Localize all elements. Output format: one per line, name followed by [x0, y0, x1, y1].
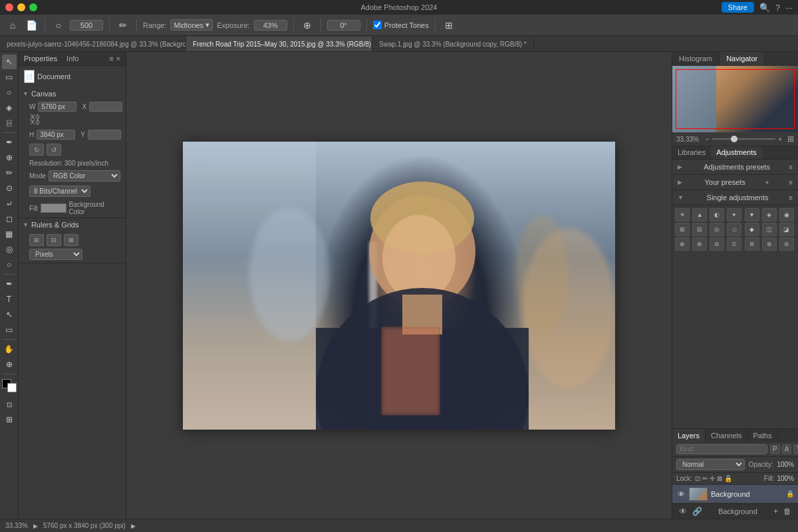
adj-extra4-icon[interactable]: ⊛ [762, 237, 777, 251]
adj-vibrance-icon[interactable]: ▼ [745, 208, 759, 221]
close-button[interactable] [5, 3, 13, 11]
path-select-tool[interactable]: ↖ [2, 307, 17, 322]
shape-tool[interactable]: ▭ [2, 323, 17, 337]
adj-selectcolor-icon[interactable]: ⊗ [692, 237, 707, 251]
mode-dropdown[interactable]: RGB Color [49, 170, 120, 182]
properties-close-icon[interactable]: × [116, 55, 120, 63]
grid-icon-1[interactable]: ⊞ [29, 234, 44, 246]
tab-2[interactable]: Swap.1.jpg @ 33.3% (Background copy, RGB… [372, 37, 534, 51]
minimize-button[interactable] [17, 3, 25, 11]
adj-curves-icon[interactable]: ◐ [710, 208, 724, 221]
grid-icon-2[interactable]: ⊟ [47, 234, 61, 246]
search-icon[interactable]: 🔍 [759, 3, 770, 13]
info-arrow[interactable]: ▶ [131, 523, 136, 529]
expand-icon[interactable]: ⊞ [787, 134, 794, 144]
more-icon[interactable]: ··· [785, 3, 793, 13]
extra-icon[interactable]: ⊞ [442, 18, 456, 33]
new-doc-icon[interactable]: 📄 [24, 18, 39, 33]
eyedropper-tool[interactable]: ✒ [2, 135, 17, 150]
hand-tool[interactable]: ✋ [2, 342, 17, 356]
blend-mode-dropdown[interactable]: Normal [676, 459, 745, 470]
adj-posterize-icon[interactable]: ◫ [762, 223, 777, 236]
adj-extra1-icon[interactable]: ⊘ [710, 237, 724, 251]
delete-layer-icon[interactable]: 🗑 [781, 506, 794, 517]
filter-pixel-icon[interactable]: P [770, 444, 780, 454]
background-color[interactable] [7, 383, 17, 392]
rulers-header[interactable]: ▼ Rulers & Grids [19, 218, 126, 231]
lock-artboard-icon[interactable]: ⊠ [717, 475, 722, 482]
pen-tool[interactable]: ✒ [2, 277, 17, 291]
lasso-tool[interactable]: ○ [2, 85, 17, 100]
rotate-cw-icon[interactable]: ↻ [29, 144, 44, 156]
eye-icon[interactable]: 👁 [676, 506, 690, 517]
grid-icon-3[interactable]: ⊠ [64, 234, 78, 246]
zoom-slider-thumb[interactable] [731, 136, 737, 142]
paths-tab[interactable]: Paths [748, 429, 778, 442]
info-tab[interactable]: Info [66, 55, 106, 63]
protect-tones-checkbox[interactable] [373, 21, 382, 29]
share-button[interactable]: Share [722, 2, 754, 13]
preset-menu-icon[interactable]: ≡ [789, 179, 793, 186]
brush-tool[interactable]: ✏ [2, 166, 17, 180]
history-brush-tool[interactable]: ⤾ [2, 196, 17, 211]
adj-invert-icon[interactable]: ◆ [745, 223, 759, 236]
adj-extra3-icon[interactable]: ⊚ [745, 237, 759, 251]
layer-visibility-toggle[interactable]: 👁 [676, 489, 686, 499]
adj-colorlookup-icon[interactable]: ◇ [727, 223, 741, 236]
adj-bw-icon[interactable]: ⊞ [675, 223, 690, 236]
tab-1[interactable]: French Road Trip 2015–May 30, 2015.jpg @… [186, 37, 372, 51]
fill-swatch[interactable] [41, 203, 66, 213]
adjustments-tab[interactable]: Adjustments [711, 146, 762, 159]
list-view-icon[interactable]: ≡ [789, 164, 793, 171]
height-input[interactable] [37, 130, 75, 140]
adj-presets-row[interactable]: ▶ Adjustments presets ≡ [672, 160, 798, 175]
crop-tool[interactable]: ⌸ [2, 116, 17, 130]
nav-viewport-box[interactable] [676, 69, 795, 129]
zoom-out-icon[interactable]: − [706, 136, 710, 143]
canvas-area[interactable] [126, 52, 672, 519]
marquee-tool[interactable]: ▭ [2, 70, 17, 84]
adj-levels-icon[interactable]: ▲ [692, 208, 707, 221]
link-icon[interactable]: 🔗 [690, 506, 705, 517]
range-dropdown[interactable]: Midtones ▾ [170, 19, 213, 31]
adj-channel-icon[interactable]: ◎ [710, 223, 724, 236]
dodge-tool[interactable]: ○ [2, 257, 17, 272]
exposure-input[interactable]: 43% [254, 20, 287, 31]
layers-kind-filter[interactable] [676, 444, 767, 454]
zoom-in-icon[interactable]: + [778, 136, 782, 143]
adj-extra2-icon[interactable]: ⊙ [727, 237, 741, 251]
quick-mask-icon[interactable]: ⊡ [2, 397, 17, 412]
brush-size-input[interactable]: 500 [70, 20, 103, 31]
brush-options-icon[interactable]: ⊕ [300, 18, 315, 33]
adj-colorbal-icon[interactable]: ◉ [779, 208, 794, 221]
zoom-arrow[interactable]: ▶ [33, 523, 38, 529]
add-preset-icon[interactable]: + [765, 178, 769, 186]
adj-threshold-icon[interactable]: ◪ [779, 223, 794, 236]
lock-aspect-icon[interactable]: ⛓ [29, 113, 41, 127]
dodge-tool-icon[interactable]: ○ [51, 18, 66, 33]
clone-stamp-tool[interactable]: ⊙ [2, 181, 17, 196]
move-tool[interactable]: ↖ [2, 55, 17, 69]
adj-extra5-icon[interactable]: ⊜ [779, 237, 794, 251]
adj-brightness-icon[interactable]: ☀ [675, 208, 690, 221]
x-input[interactable] [89, 102, 122, 112]
opacity-value[interactable]: 100% [777, 461, 794, 468]
adj-exposure-icon[interactable]: ✦ [727, 208, 741, 221]
single-menu-icon[interactable]: ≡ [789, 194, 793, 201]
zoom-tool[interactable]: ⊕ [2, 357, 17, 372]
libraries-tab[interactable]: Libraries [672, 146, 711, 159]
adj-gradmap-icon[interactable]: ⊕ [675, 237, 690, 251]
lock-position-icon[interactable]: ✛ [710, 475, 715, 482]
bits-dropdown[interactable]: 8 Bits/Channel [29, 186, 90, 197]
object-select-tool[interactable]: ◈ [2, 100, 17, 115]
layer-background[interactable]: 👁 Background 🔒 [672, 485, 798, 503]
histogram-tab[interactable]: Histogram [672, 52, 720, 65]
fill-value[interactable]: 100% [777, 475, 794, 482]
screen-mode-icon[interactable]: ⊞ [2, 412, 17, 427]
home-icon[interactable]: ⌂ [5, 18, 20, 33]
filter-type-icon[interactable]: T [793, 444, 798, 454]
rotate-ccw-icon[interactable]: ↺ [47, 144, 61, 156]
channels-tab[interactable]: Channels [706, 429, 747, 442]
units-dropdown[interactable]: Pixels [29, 249, 82, 260]
filter-adj-icon[interactable]: A [782, 444, 792, 454]
